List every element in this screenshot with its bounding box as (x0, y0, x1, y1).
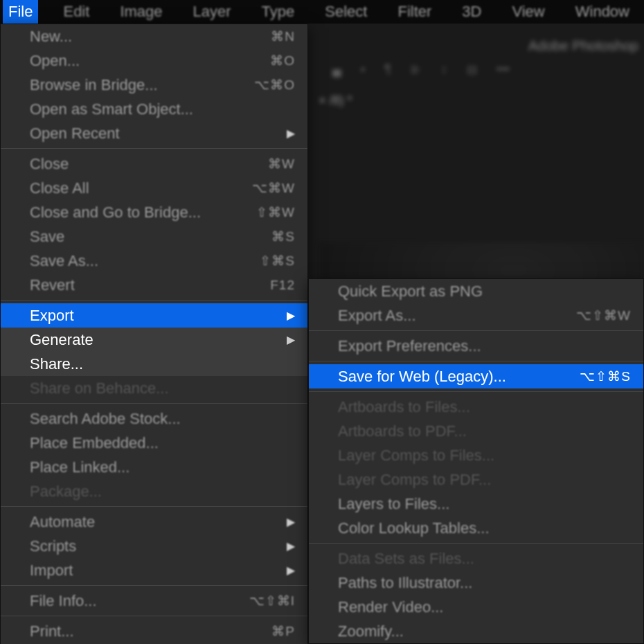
menu-file[interactable]: File (3, 0, 38, 24)
menu-item-print[interactable]: Print...⌘P (1, 619, 307, 643)
menu-select[interactable]: Select (319, 0, 373, 24)
menu-item-close-and-go-to-bridge[interactable]: Close and Go to Bridge...⇧⌘W (1, 200, 307, 224)
document-tab[interactable]: × /8) * (319, 93, 352, 108)
menu-item-open[interactable]: Open...⌘O (1, 48, 307, 73)
menu-item-label: Render Video... (338, 597, 443, 617)
menu-filter[interactable]: Filter (392, 0, 437, 24)
menu-item-save-for-web-legacy[interactable]: Save for Web (Legacy)...⌥⇧⌘S (309, 364, 643, 388)
menu-item-automate[interactable]: Automate▶ (1, 510, 307, 534)
menu-item-shortcut: ⌥⌘O (226, 75, 295, 95)
menu-item-shortcut: ⌥⇧⌘W (562, 305, 631, 325)
menu-item-export-as[interactable]: Export As...⌥⇧⌘W (309, 303, 643, 328)
toolbar-icon[interactable]: ↕ (441, 62, 447, 78)
menu-item-scripts[interactable]: Scripts▶ (1, 534, 307, 558)
menu-item-label: Layer Comps to PDF... (338, 469, 491, 490)
menu-item-artboards-to-files: Artboards to Files... (309, 395, 643, 419)
menu-item-import[interactable]: Import▶ (1, 558, 307, 582)
menu-item-label: Close and Go to Bridge... (30, 202, 201, 222)
menu-item-label: Generate (30, 330, 93, 350)
menu-layer[interactable]: Layer (188, 0, 237, 24)
menu-item-shortcut: ⌘P (226, 621, 295, 641)
menu-item-label: Quick Export as PNG (338, 281, 483, 301)
options-bar: ▄ ▪ ¶ ⊪ ↕ ⊟ ••• (332, 62, 510, 78)
menu-item-place-embedded[interactable]: Place Embedded... (1, 431, 307, 455)
menu-item-label: Open as Smart Object... (30, 99, 193, 119)
menu-item-label: Save As... (30, 251, 98, 271)
menu-item-render-video[interactable]: Render Video... (309, 595, 643, 619)
menu-type[interactable]: Type (256, 0, 301, 24)
menu-item-label: Import (30, 560, 73, 580)
menu-item-close[interactable]: Close⌘W (1, 152, 307, 176)
menu-item-file-info[interactable]: File Info...⌥⇧⌘I (1, 589, 307, 613)
menu-item-save[interactable]: Save⌘S (1, 224, 307, 249)
menu-item-label: Place Linked... (30, 457, 129, 477)
menu-item-label: Open Recent (30, 123, 120, 143)
menu-item-open-as-smart-object[interactable]: Open as Smart Object... (1, 97, 307, 121)
menu-item-label: File Info... (30, 591, 97, 611)
menu-item-data-sets-as-files: Data Sets as Files... (309, 546, 643, 571)
menu-item-label: Data Sets as Files... (338, 548, 474, 569)
menubar: File Edit Image Layer Type Select Filter… (0, 0, 644, 24)
menu-edit[interactable]: Edit (57, 0, 95, 24)
menu-item-label: Save (30, 226, 64, 247)
menu-item-open-recent[interactable]: Open Recent▶ (1, 121, 307, 145)
menu-item-label: Browse in Bridge... (30, 75, 158, 95)
menu-item-export[interactable]: Export▶ (1, 303, 307, 328)
toolbar-icon[interactable]: ¶ (384, 62, 391, 78)
menu-separator (1, 506, 307, 507)
submenu-arrow-icon: ▶ (287, 536, 295, 556)
menu-item-shortcut: ⌥⇧⌘I (226, 591, 295, 611)
file-dropdown: New...⌘NOpen...⌘OBrowse in Bridge...⌥⌘OO… (0, 24, 308, 644)
menu-item-generate[interactable]: Generate▶ (1, 328, 307, 352)
toolbar-icon[interactable]: ▄ (332, 62, 341, 78)
toolbar-icon[interactable]: ▪ (361, 62, 365, 78)
menu-item-label: Zoomify... (338, 621, 404, 641)
toolbar-icon[interactable]: ⊟ (467, 62, 477, 78)
toolbar-icon[interactable]: ••• (497, 62, 510, 78)
menu-item-layers-to-files[interactable]: Layers to Files... (309, 492, 643, 516)
menu-item-share[interactable]: Share... (1, 352, 307, 376)
menu-item-place-linked[interactable]: Place Linked... (1, 455, 307, 479)
menu-item-shortcut: ⌥⌘W (226, 178, 295, 198)
menu-separator (309, 543, 643, 544)
menu-item-color-lookup-tables[interactable]: Color Lookup Tables... (309, 516, 643, 540)
submenu-arrow-icon: ▶ (287, 123, 295, 143)
menu-item-shortcut: ⌘S (226, 226, 295, 247)
menu-view[interactable]: View (506, 0, 550, 24)
menu-item-label: Place Embedded... (30, 433, 159, 453)
menu-separator (309, 391, 643, 392)
toolbar-icon[interactable]: ⊪ (411, 62, 422, 78)
menu-item-quick-export-as-png[interactable]: Quick Export as PNG (309, 279, 643, 303)
menu-image[interactable]: Image (114, 0, 168, 24)
menu-item-save-as[interactable]: Save As...⇧⌘S (1, 249, 307, 273)
menu-item-label: Paths to Illustrator... (338, 573, 472, 593)
menu-item-label: Color Lookup Tables... (338, 518, 490, 538)
menu-separator (309, 330, 643, 331)
menu-separator (1, 148, 307, 149)
menu-item-close-all[interactable]: Close All⌥⌘W (1, 176, 307, 200)
menu-window[interactable]: Window (570, 0, 635, 24)
menu-item-paths-to-illustrator[interactable]: Paths to Illustrator... (309, 571, 643, 595)
menu-item-export-preferences[interactable]: Export Preferences... (309, 334, 643, 358)
menu-item-shortcut: ⇧⌘W (226, 202, 295, 222)
menu-item-search-adobe-stock[interactable]: Search Adobe Stock... (1, 406, 307, 431)
menu-item-zoomify[interactable]: Zoomify... (309, 619, 643, 643)
menu-item-browse-in-bridge[interactable]: Browse in Bridge...⌥⌘O (1, 73, 307, 97)
menu-item-layer-comps-to-files: Layer Comps to Files... (309, 443, 643, 467)
menu-item-label: Save for Web (Legacy)... (338, 366, 506, 386)
menu-item-layer-comps-to-pdf: Layer Comps to PDF... (309, 467, 643, 492)
menu-item-label: Print... (30, 621, 74, 641)
submenu-arrow-icon: ▶ (287, 305, 295, 325)
menu-item-label: Search Adobe Stock... (30, 409, 181, 429)
menu-item-new[interactable]: New...⌘N (1, 24, 307, 48)
menu-3d[interactable]: 3D (456, 0, 487, 24)
menu-item-artboards-to-pdf: Artboards to PDF... (309, 419, 643, 443)
menu-item-revert[interactable]: RevertF12 (1, 273, 307, 297)
menu-item-label: Export Preferences... (338, 336, 481, 356)
menu-item-share-on-behance: Share on Behance... (1, 376, 307, 400)
menu-separator (1, 585, 307, 586)
menu-item-label: Close All (30, 178, 89, 198)
menu-item-shortcut: ⌘N (226, 26, 295, 46)
menu-item-label: Artboards to Files... (338, 397, 470, 417)
menu-item-label: New... (30, 26, 72, 46)
